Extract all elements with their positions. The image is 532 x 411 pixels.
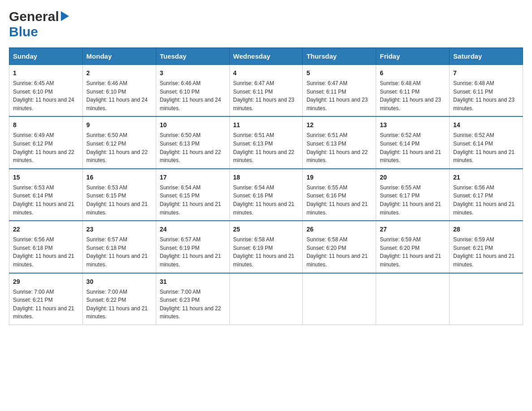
calendar-cell: 15Sunrise: 6:53 AMSunset: 6:14 PMDayligh… [9, 169, 83, 221]
day-info: Sunrise: 6:46 AMSunset: 6:10 PMDaylight:… [160, 79, 226, 112]
page-header: General Blue [9, 9, 523, 39]
calendar-cell [376, 273, 450, 325]
day-number: 11 [233, 120, 299, 130]
day-info: Sunrise: 6:45 AMSunset: 6:10 PMDaylight:… [13, 79, 79, 112]
day-info: Sunrise: 6:58 AMSunset: 6:19 PMDaylight:… [233, 235, 299, 269]
day-number: 17 [160, 173, 226, 182]
day-number: 25 [233, 225, 299, 234]
day-number: 27 [380, 225, 446, 234]
day-info: Sunrise: 6:58 AMSunset: 6:20 PMDaylight:… [306, 235, 372, 269]
calendar-cell: 20Sunrise: 6:55 AMSunset: 6:17 PMDayligh… [376, 169, 450, 221]
day-number: 18 [233, 173, 299, 182]
calendar-cell: 17Sunrise: 6:54 AMSunset: 6:15 PMDayligh… [156, 169, 229, 221]
day-number: 29 [13, 277, 79, 287]
day-number: 30 [86, 277, 152, 287]
day-number: 28 [453, 225, 519, 234]
logo: General Blue [9, 9, 69, 39]
day-number: 7 [453, 68, 519, 78]
week-row-1: 1Sunrise: 6:45 AMSunset: 6:10 PMDaylight… [9, 65, 523, 117]
day-number: 1 [13, 68, 79, 78]
day-info: Sunrise: 6:59 AMSunset: 6:20 PMDaylight:… [380, 235, 446, 269]
day-number: 26 [306, 225, 372, 234]
day-number: 12 [306, 120, 372, 130]
day-info: Sunrise: 7:00 AMSunset: 6:21 PMDaylight:… [13, 288, 79, 321]
day-number: 10 [160, 120, 226, 130]
calendar-cell: 3Sunrise: 6:46 AMSunset: 6:10 PMDaylight… [156, 65, 229, 117]
day-number: 2 [86, 68, 152, 78]
calendar-cell [303, 273, 376, 325]
header-saturday: Saturday [450, 48, 523, 65]
day-number: 9 [86, 120, 152, 130]
day-info: Sunrise: 6:56 AMSunset: 6:17 PMDaylight:… [453, 184, 519, 217]
day-info: Sunrise: 6:55 AMSunset: 6:17 PMDaylight:… [380, 184, 446, 217]
day-info: Sunrise: 6:54 AMSunset: 6:16 PMDaylight:… [233, 184, 299, 217]
day-info: Sunrise: 7:00 AMSunset: 6:23 PMDaylight:… [160, 288, 226, 321]
week-row-3: 15Sunrise: 6:53 AMSunset: 6:14 PMDayligh… [9, 169, 523, 221]
day-info: Sunrise: 6:55 AMSunset: 6:16 PMDaylight:… [306, 184, 372, 217]
day-info: Sunrise: 6:48 AMSunset: 6:11 PMDaylight:… [380, 79, 446, 112]
logo-triangle-icon [61, 11, 69, 23]
calendar-cell: 23Sunrise: 6:57 AMSunset: 6:18 PMDayligh… [82, 221, 156, 273]
calendar-cell: 7Sunrise: 6:48 AMSunset: 6:11 PMDaylight… [450, 65, 523, 117]
day-number: 31 [160, 277, 226, 287]
calendar-cell: 21Sunrise: 6:56 AMSunset: 6:17 PMDayligh… [450, 169, 523, 221]
calendar-cell: 8Sunrise: 6:49 AMSunset: 6:12 PMDaylight… [9, 116, 83, 168]
calendar-cell: 25Sunrise: 6:58 AMSunset: 6:19 PMDayligh… [229, 221, 303, 273]
calendar-cell: 29Sunrise: 7:00 AMSunset: 6:21 PMDayligh… [9, 273, 83, 325]
calendar-cell: 19Sunrise: 6:55 AMSunset: 6:16 PMDayligh… [303, 169, 376, 221]
header-tuesday: Tuesday [156, 48, 229, 65]
calendar-cell: 10Sunrise: 6:50 AMSunset: 6:13 PMDayligh… [156, 116, 229, 168]
day-number: 14 [453, 120, 519, 130]
calendar-cell: 28Sunrise: 6:59 AMSunset: 6:21 PMDayligh… [450, 221, 523, 273]
day-info: Sunrise: 6:47 AMSunset: 6:11 PMDaylight:… [233, 79, 299, 112]
day-number: 8 [13, 120, 79, 130]
calendar-cell [450, 273, 523, 325]
header-friday: Friday [376, 48, 450, 65]
day-info: Sunrise: 6:54 AMSunset: 6:15 PMDaylight:… [160, 184, 226, 217]
calendar-cell: 5Sunrise: 6:47 AMSunset: 6:11 PMDaylight… [303, 65, 376, 117]
calendar-cell: 12Sunrise: 6:51 AMSunset: 6:13 PMDayligh… [303, 116, 376, 168]
header-wednesday: Wednesday [229, 48, 303, 65]
calendar-cell: 13Sunrise: 6:52 AMSunset: 6:14 PMDayligh… [376, 116, 450, 168]
calendar-cell [229, 273, 303, 325]
calendar-cell: 11Sunrise: 6:51 AMSunset: 6:13 PMDayligh… [229, 116, 303, 168]
day-number: 20 [380, 173, 446, 182]
calendar-cell: 4Sunrise: 6:47 AMSunset: 6:11 PMDaylight… [229, 65, 303, 117]
day-info: Sunrise: 6:53 AMSunset: 6:14 PMDaylight:… [13, 184, 79, 217]
calendar-cell: 2Sunrise: 6:46 AMSunset: 6:10 PMDaylight… [82, 65, 156, 117]
calendar-cell: 9Sunrise: 6:50 AMSunset: 6:12 PMDaylight… [82, 116, 156, 168]
day-number: 6 [380, 68, 446, 78]
day-info: Sunrise: 6:53 AMSunset: 6:15 PMDaylight:… [86, 184, 152, 217]
day-info: Sunrise: 6:52 AMSunset: 6:14 PMDaylight:… [380, 131, 446, 164]
day-info: Sunrise: 6:51 AMSunset: 6:13 PMDaylight:… [306, 131, 372, 164]
day-number: 24 [160, 225, 226, 234]
calendar-cell: 31Sunrise: 7:00 AMSunset: 6:23 PMDayligh… [156, 273, 229, 325]
day-number: 21 [453, 173, 519, 182]
day-info: Sunrise: 6:51 AMSunset: 6:13 PMDaylight:… [233, 131, 299, 164]
week-row-4: 22Sunrise: 6:56 AMSunset: 6:18 PMDayligh… [9, 221, 523, 273]
day-info: Sunrise: 6:49 AMSunset: 6:12 PMDaylight:… [13, 131, 79, 164]
day-number: 13 [380, 120, 446, 130]
week-row-2: 8Sunrise: 6:49 AMSunset: 6:12 PMDaylight… [9, 116, 523, 168]
day-info: Sunrise: 6:50 AMSunset: 6:12 PMDaylight:… [86, 131, 152, 164]
svg-marker-0 [61, 11, 69, 21]
day-info: Sunrise: 6:57 AMSunset: 6:18 PMDaylight:… [86, 235, 152, 269]
calendar-cell: 1Sunrise: 6:45 AMSunset: 6:10 PMDaylight… [9, 65, 83, 117]
calendar-cell: 30Sunrise: 7:00 AMSunset: 6:22 PMDayligh… [82, 273, 156, 325]
calendar-table: SundayMondayTuesdayWednesdayThursdayFrid… [9, 47, 523, 325]
day-number: 5 [306, 68, 372, 78]
header-sunday: Sunday [9, 48, 83, 65]
day-info: Sunrise: 6:56 AMSunset: 6:18 PMDaylight:… [13, 235, 79, 269]
day-info: Sunrise: 6:57 AMSunset: 6:19 PMDaylight:… [160, 235, 226, 269]
calendar-cell: 14Sunrise: 6:52 AMSunset: 6:14 PMDayligh… [450, 116, 523, 168]
calendar-cell: 16Sunrise: 6:53 AMSunset: 6:15 PMDayligh… [82, 169, 156, 221]
week-row-5: 29Sunrise: 7:00 AMSunset: 6:21 PMDayligh… [9, 273, 523, 325]
day-number: 4 [233, 68, 299, 78]
header-monday: Monday [82, 48, 156, 65]
day-number: 19 [306, 173, 372, 182]
day-info: Sunrise: 6:46 AMSunset: 6:10 PMDaylight:… [86, 79, 152, 112]
header-thursday: Thursday [303, 48, 376, 65]
calendar-cell: 27Sunrise: 6:59 AMSunset: 6:20 PMDayligh… [376, 221, 450, 273]
calendar-cell: 6Sunrise: 6:48 AMSunset: 6:11 PMDaylight… [376, 65, 450, 117]
day-info: Sunrise: 6:50 AMSunset: 6:13 PMDaylight:… [160, 131, 226, 164]
